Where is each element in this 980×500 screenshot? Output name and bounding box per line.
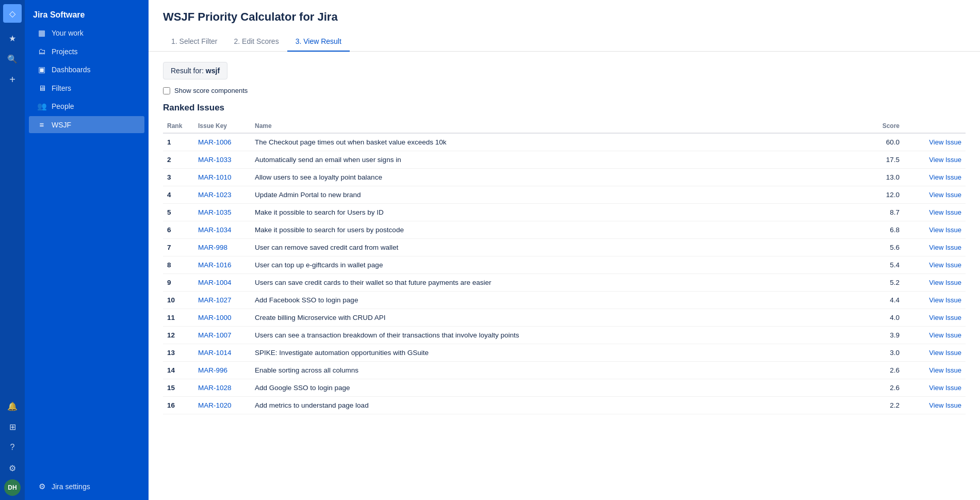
sidebar-item-your-work[interactable]: ▦ Your work: [29, 24, 144, 42]
cell-key[interactable]: MAR-1016: [194, 256, 251, 274]
cell-key[interactable]: MAR-1034: [194, 221, 251, 239]
view-issue-link[interactable]: View Issue: [929, 349, 961, 357]
view-issue-link[interactable]: View Issue: [929, 226, 961, 234]
cell-rank: 10: [163, 292, 194, 309]
cell-key[interactable]: MAR-1000: [194, 309, 251, 327]
view-issue-link[interactable]: View Issue: [929, 156, 961, 164]
cell-key[interactable]: MAR-998: [194, 239, 251, 256]
table-row: 16 MAR-1020 Add metrics to understand pa…: [163, 397, 966, 414]
view-issue-link[interactable]: View Issue: [929, 138, 961, 146]
view-issue-link[interactable]: View Issue: [929, 296, 961, 304]
cell-action: View Issue: [904, 274, 966, 292]
cell-key[interactable]: MAR-1010: [194, 169, 251, 186]
cell-key[interactable]: MAR-1033: [194, 151, 251, 169]
sidebar-item-dashboards[interactable]: ▣ Dashboards: [29, 61, 144, 78]
avatar[interactable]: DH: [4, 479, 21, 496]
table-row: 4 MAR-1023 Update Admin Portal to new br…: [163, 186, 966, 204]
table-row: 1 MAR-1006 The Checkout page times out w…: [163, 133, 966, 151]
cell-score: 2.6: [862, 362, 904, 379]
view-issue-link[interactable]: View Issue: [929, 314, 961, 321]
cell-name: Update Admin Portal to new brand: [251, 186, 862, 204]
cell-action: View Issue: [904, 151, 966, 169]
sidebar-item-filters[interactable]: 🖥 Filters: [29, 79, 144, 96]
tab-select-filter[interactable]: 1. Select Filter: [163, 32, 225, 52]
cell-key[interactable]: MAR-1007: [194, 327, 251, 344]
cell-score: 12.0: [862, 186, 904, 204]
cell-action: View Issue: [904, 221, 966, 239]
cell-key[interactable]: MAR-996: [194, 362, 251, 379]
result-label: Result for:: [171, 67, 204, 75]
view-issue-link[interactable]: View Issue: [929, 401, 961, 409]
cell-name: User can top up e-giftcards in wallet pa…: [251, 256, 862, 274]
cell-rank: 12: [163, 327, 194, 344]
cell-score: 13.0: [862, 169, 904, 186]
sidebar-item-projects[interactable]: 🗂 Projects: [29, 43, 144, 60]
sidebar-item-people[interactable]: 👥 People: [29, 98, 144, 115]
cell-rank: 7: [163, 239, 194, 256]
cell-score: 5.2: [862, 274, 904, 292]
show-score-label[interactable]: Show score components: [174, 87, 248, 94]
help-icon[interactable]: ?: [3, 438, 22, 457]
cell-key[interactable]: MAR-1028: [194, 379, 251, 397]
col-header-action: [904, 119, 966, 133]
view-issue-link[interactable]: View Issue: [929, 208, 961, 216]
table-row: 9 MAR-1004 Users can save credit cards t…: [163, 274, 966, 292]
cell-rank: 11: [163, 309, 194, 327]
sidebar-nav: Jira Software ▦ Your work 🗂 Projects ▣ D…: [25, 0, 149, 500]
cell-rank: 8: [163, 256, 194, 274]
cell-rank: 4: [163, 186, 194, 204]
star-icon[interactable]: ★: [3, 29, 22, 47]
cell-key[interactable]: MAR-1014: [194, 344, 251, 362]
app-logo[interactable]: ◇: [3, 4, 22, 23]
tab-view-result[interactable]: 3. View Result: [287, 32, 350, 52]
cell-name: Make it possible to search for Users by …: [251, 204, 862, 221]
cell-score: 3.0: [862, 344, 904, 362]
tab-edit-scores[interactable]: 2. Edit Scores: [225, 32, 287, 52]
view-issue-link[interactable]: View Issue: [929, 279, 961, 286]
grid-icon[interactable]: ⊞: [3, 417, 22, 436]
cell-action: View Issue: [904, 344, 966, 362]
sidebar-item-label: Your work: [52, 29, 84, 37]
sidebar-item-label: Filters: [52, 84, 71, 92]
show-score-checkbox[interactable]: [163, 87, 170, 94]
cell-score: 3.9: [862, 327, 904, 344]
view-issue-link[interactable]: View Issue: [929, 331, 961, 339]
cell-action: View Issue: [904, 309, 966, 327]
table-row: 11 MAR-1000 Create billing Microservice …: [163, 309, 966, 327]
sidebar-item-label: Jira settings: [52, 482, 90, 491]
page-title: WSJF Priority Calculator for Jira: [163, 10, 966, 24]
cell-name: Add metrics to understand page load: [251, 397, 862, 414]
cell-rank: 15: [163, 379, 194, 397]
sidebar-item-jira-settings[interactable]: ⚙ Jira settings: [29, 478, 144, 495]
cell-key[interactable]: MAR-1020: [194, 397, 251, 414]
ranked-issues-title: Ranked Issues: [163, 103, 966, 113]
view-issue-link[interactable]: View Issue: [929, 384, 961, 392]
cell-action: View Issue: [904, 186, 966, 204]
cell-key[interactable]: MAR-1004: [194, 274, 251, 292]
add-icon[interactable]: +: [3, 70, 22, 89]
cell-rank: 3: [163, 169, 194, 186]
notification-icon[interactable]: 🔔: [3, 397, 22, 415]
cell-key[interactable]: MAR-1006: [194, 133, 251, 151]
sidebar-item-wsjf[interactable]: ≡ WSJF: [29, 116, 144, 133]
view-issue-link[interactable]: View Issue: [929, 244, 961, 251]
settings-icon[interactable]: ⚙: [3, 459, 22, 477]
sidebar-item-label: Dashboards: [52, 66, 91, 74]
view-issue-link[interactable]: View Issue: [929, 191, 961, 199]
table-row: 6 MAR-1034 Make it possible to search fo…: [163, 221, 966, 239]
cell-key[interactable]: MAR-1023: [194, 186, 251, 204]
main-content: WSJF Priority Calculator for Jira 1. Sel…: [149, 0, 980, 500]
sidebar-icons: ◇ ★ 🔍 + 🔔 ⊞ ? ⚙ DH: [0, 0, 25, 500]
col-header-rank: Rank: [163, 119, 194, 133]
search-icon[interactable]: 🔍: [3, 50, 22, 68]
view-issue-link[interactable]: View Issue: [929, 173, 961, 181]
table-row: 7 MAR-998 User can remove saved credit c…: [163, 239, 966, 256]
cell-key[interactable]: MAR-1035: [194, 204, 251, 221]
cell-score: 5.6: [862, 239, 904, 256]
page-header: WSJF Priority Calculator for Jira 1. Sel…: [149, 0, 980, 52]
cell-score: 2.2: [862, 397, 904, 414]
view-issue-link[interactable]: View Issue: [929, 366, 961, 374]
cell-action: View Issue: [904, 256, 966, 274]
view-issue-link[interactable]: View Issue: [929, 261, 961, 269]
cell-key[interactable]: MAR-1027: [194, 292, 251, 309]
